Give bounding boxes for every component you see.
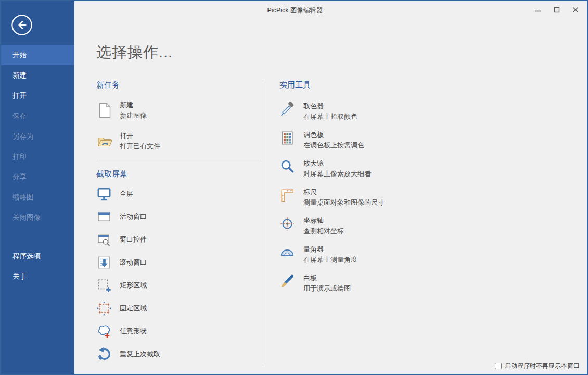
new-file-icon bbox=[96, 102, 113, 119]
sidebar-item-share: 分享 bbox=[1, 167, 74, 187]
dont-show-again-checkbox[interactable] bbox=[495, 362, 502, 369]
open-folder-icon bbox=[96, 133, 113, 149]
new-task-item-open[interactable]: 打开 打开已有文件 bbox=[96, 131, 263, 152]
section-title-new-task: 新任务 bbox=[96, 80, 263, 90]
tool-subtitle: 在屏幕上测量角度 bbox=[303, 255, 357, 265]
window-control-icon bbox=[96, 232, 112, 247]
sidebar-item-thumbnail: 缩略图 bbox=[1, 187, 74, 207]
sidebar-item-program-options[interactable]: 程序选项 bbox=[1, 246, 74, 266]
close-button[interactable] bbox=[569, 5, 582, 15]
tool-subtitle: 在调色板上按需调色 bbox=[303, 140, 364, 151]
active-window-icon bbox=[96, 209, 112, 224]
tool-title: 放大镜 bbox=[303, 158, 371, 169]
tool-item-ruler[interactable]: 标尺 测量桌面对象和图像的尺寸 bbox=[279, 187, 587, 208]
crosshair-icon bbox=[279, 216, 295, 232]
picpick-window: 开始 新建 打开 保存 另存为 打印 分享 缩略图 关闭图像 程序选项 关于 P… bbox=[0, 0, 588, 375]
capture-label: 矩形区域 bbox=[120, 281, 147, 290]
section-divider bbox=[96, 160, 262, 160]
back-button[interactable] bbox=[10, 14, 33, 36]
minimize-icon bbox=[535, 7, 541, 13]
page-title: 选择操作... bbox=[96, 42, 587, 63]
tool-title: 标尺 bbox=[303, 187, 385, 197]
capture-label: 窗口控件 bbox=[120, 235, 147, 244]
maximize-button[interactable] bbox=[551, 5, 563, 15]
scrolling-window-icon bbox=[96, 255, 112, 270]
sidebar-item-open[interactable]: 打开 bbox=[1, 85, 74, 106]
startup-option: 启动程序时不再显示本窗口 bbox=[495, 361, 580, 370]
task-subtitle: 新建图像 bbox=[120, 110, 147, 121]
capture-item-scrolling-window[interactable]: 滚动窗口 bbox=[96, 251, 263, 274]
capture-label: 重复上次截取 bbox=[120, 349, 160, 359]
tool-item-protractor[interactable]: 量角器 在屏幕上测量角度 bbox=[279, 244, 587, 265]
capture-item-window-control[interactable]: 窗口控件 bbox=[96, 228, 263, 251]
minimize-button[interactable] bbox=[532, 5, 544, 15]
fullscreen-icon bbox=[96, 186, 112, 202]
capture-item-repeat-capture[interactable]: 重复上次截取 bbox=[96, 343, 263, 366]
freehand-region-icon bbox=[96, 323, 112, 339]
right-column: 实用工具 取色器 在屏幕上拾取颜色 bbox=[263, 80, 587, 366]
tool-subtitle: 测量桌面对象和图像的尺寸 bbox=[303, 197, 385, 208]
backstage-content: 选择操作... 新任务 新建 新建图像 bbox=[74, 18, 587, 366]
repeat-capture-icon bbox=[96, 346, 112, 362]
tool-subtitle: 在屏幕上拾取颜色 bbox=[303, 111, 357, 122]
capture-label: 任意形状 bbox=[120, 327, 147, 336]
task-title: 打开 bbox=[120, 131, 160, 141]
back-icon bbox=[10, 14, 33, 36]
sidebar-item-save-as: 另存为 bbox=[1, 126, 74, 146]
sidebar-item-start[interactable]: 开始 bbox=[1, 45, 74, 65]
capture-list: 全屏 活动窗口 bbox=[96, 182, 263, 366]
section-title-tools: 实用工具 bbox=[279, 80, 587, 90]
color-palette-icon bbox=[279, 130, 295, 146]
whiteboard-pen-icon bbox=[279, 273, 295, 289]
maximize-icon bbox=[554, 7, 560, 13]
tool-title: 坐标轴 bbox=[303, 216, 344, 226]
color-picker-icon bbox=[279, 102, 295, 117]
tool-item-color-picker[interactable]: 取色器 在屏幕上拾取颜色 bbox=[279, 101, 587, 122]
tool-list: 取色器 在屏幕上拾取颜色 bbox=[279, 101, 587, 294]
tool-title: 量角器 bbox=[303, 244, 357, 255]
fixed-region-icon bbox=[96, 301, 112, 316]
protractor-icon bbox=[279, 245, 295, 260]
sidebar-item-save: 保存 bbox=[1, 106, 74, 126]
capture-label: 滚动窗口 bbox=[120, 258, 147, 267]
tool-title: 白板 bbox=[303, 273, 351, 283]
sidebar-nav: 开始 新建 打开 保存 另存为 打印 分享 缩略图 关闭图像 程序选项 关于 bbox=[1, 45, 74, 286]
ruler-icon bbox=[279, 188, 295, 203]
dont-show-again-label: 启动程序时不再显示本窗口 bbox=[505, 361, 580, 370]
sidebar-item-new[interactable]: 新建 bbox=[1, 65, 74, 85]
capture-item-fixed-region[interactable]: 固定区域 bbox=[96, 297, 263, 320]
capture-label: 固定区域 bbox=[120, 304, 147, 313]
tool-item-crosshair[interactable]: 坐标轴 查测相对坐标 bbox=[279, 216, 587, 236]
capture-item-fullscreen[interactable]: 全屏 bbox=[96, 182, 263, 205]
window-controls bbox=[526, 5, 582, 15]
tool-subtitle: 对屏幕上像素放大细看 bbox=[303, 169, 371, 179]
capture-label: 活动窗口 bbox=[120, 212, 147, 221]
new-task-item-new[interactable]: 新建 新建图像 bbox=[96, 100, 263, 121]
sidebar-item-print: 打印 bbox=[1, 146, 74, 167]
backstage-sidebar: 开始 新建 打开 保存 另存为 打印 分享 缩略图 关闭图像 程序选项 关于 bbox=[1, 1, 74, 374]
tool-subtitle: 用于演示或绘图 bbox=[303, 283, 351, 294]
capture-item-active-window[interactable]: 活动窗口 bbox=[96, 205, 263, 228]
sidebar-item-close-image: 关闭图像 bbox=[1, 207, 74, 228]
capture-item-rectangle-region[interactable]: 矩形区域 bbox=[96, 274, 263, 297]
close-icon bbox=[572, 7, 579, 13]
window-title: PicPick 图像编辑器 bbox=[267, 6, 323, 15]
title-bar: PicPick 图像编辑器 bbox=[74, 1, 587, 18]
tool-item-magnifier[interactable]: 放大镜 对屏幕上像素放大细看 bbox=[279, 158, 587, 179]
magnifier-icon bbox=[279, 159, 295, 174]
rectangle-region-icon bbox=[96, 278, 112, 293]
tool-title: 取色器 bbox=[303, 101, 357, 111]
section-title-capture: 截取屏幕 bbox=[96, 169, 263, 179]
tool-subtitle: 查测相对坐标 bbox=[303, 226, 344, 236]
tool-item-whiteboard[interactable]: 白板 用于演示或绘图 bbox=[279, 273, 587, 294]
tool-item-color-palette[interactable]: 调色板 在调色板上按需调色 bbox=[279, 130, 587, 151]
capture-item-freehand[interactable]: 任意形状 bbox=[96, 320, 263, 343]
tool-title: 调色板 bbox=[303, 130, 364, 140]
sidebar-item-about[interactable]: 关于 bbox=[1, 266, 74, 286]
task-subtitle: 打开已有文件 bbox=[120, 141, 160, 152]
capture-label: 全屏 bbox=[120, 189, 133, 198]
left-column: 新任务 新建 新建图像 bbox=[96, 80, 263, 366]
task-title: 新建 bbox=[120, 100, 147, 110]
main-area: PicPick 图像编辑器 bbox=[74, 1, 587, 374]
